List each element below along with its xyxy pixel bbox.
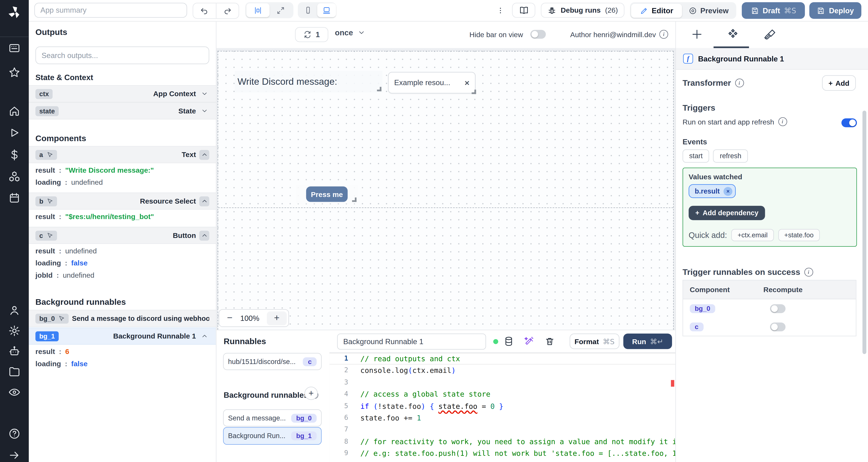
audit-eye-icon[interactable] [8,386,21,398]
code-line[interactable]: 8// for reactivity to work, you need to … [329,436,675,448]
quick-add-ctx-email-chip[interactable]: +ctx.email [732,229,774,241]
more-menu-kebab-icon[interactable] [496,4,504,16]
code-line[interactable]: 2console.log(ctx.email) [329,365,675,377]
styling-brush-tab-icon[interactable] [763,28,776,40]
chevron-up-icon[interactable] [199,150,209,160]
code-line[interactable]: 7 [329,424,675,436]
button-component-zone[interactable]: Press me [296,185,358,204]
press-me-button[interactable]: Press me [306,186,348,202]
resources-boxes-icon[interactable] [8,170,21,183]
code-line[interactable]: 4// access a global state store [329,389,675,400]
preview-tab-label: Preview [701,6,729,15]
output-row-state[interactable]: state State [29,102,216,120]
resource-select-component[interactable]: Example resou... × [388,72,475,93]
chevron-up-icon[interactable] [199,230,209,240]
chevron-up-icon[interactable] [199,196,209,206]
hide-bar-toggle[interactable] [530,30,546,39]
resize-handle[interactable] [472,90,476,94]
code-line[interactable]: 6state.foo += 1 [329,412,675,424]
expand-icon[interactable] [269,3,292,17]
add-transformer-button[interactable]: + Add [822,75,856,91]
home-icon[interactable] [8,105,21,117]
code-line[interactable]: 9// e.g: state.foo.push(1) will not work… [329,448,675,459]
canvas-artboard[interactable]: Write Discord message: Example resou... … [218,51,674,330]
quick-add-state-foo-chip[interactable]: +state.foo [778,229,820,241]
code-line[interactable]: 1// read outputs and ctx [329,353,675,365]
event-start-chip[interactable]: start [683,150,709,163]
folders-icon[interactable] [8,366,21,378]
center-align-button[interactable] [246,3,269,17]
tab-editor[interactable]: Editor [631,4,682,18]
runs-play-icon[interactable] [8,127,21,139]
output-row-ctx[interactable]: ctx App Context [29,85,216,102]
run-on-start-toggle[interactable] [841,119,857,127]
ai-wand-icon[interactable] [524,336,534,346]
deploy-button[interactable]: Deploy [809,2,861,19]
chevron-down-icon[interactable] [199,106,209,116]
search-outputs-input[interactable] [35,46,209,64]
code-line[interactable]: 3 [329,377,675,389]
zoom-in-button[interactable]: + [267,311,287,325]
add-background-runnable-button[interactable]: + [304,387,318,400]
chevron-up-icon[interactable] [199,331,209,341]
run-button[interactable]: Run ⌘↵ [623,333,672,349]
apps-icon[interactable] [8,42,21,54]
component-row-b[interactable]: b Resource Select [29,193,216,209]
runnable-name-input[interactable] [337,333,486,350]
favorites-star-icon[interactable] [8,66,21,79]
collapse-arrow-icon[interactable] [8,449,21,461]
redo-button[interactable] [216,3,239,18]
component-row-a[interactable]: a Text [29,146,216,163]
recompute-toggle-c[interactable] [770,322,785,331]
workers-bot-icon[interactable] [8,345,21,357]
scrollbar-thumb[interactable] [862,111,866,354]
resize-handle[interactable] [352,198,356,202]
zoom-out-button[interactable]: − [219,312,240,324]
app-summary-input[interactable] [34,3,187,18]
tab-preview[interactable]: Preview [682,4,735,18]
component-settings-tab-icon[interactable] [727,28,739,40]
code-lines[interactable]: 1// read outputs and ctx2console.log(ctx… [329,353,675,462]
runnable-item-bg0[interactable]: Send a message... bg_0 [223,409,321,426]
bg0-row[interactable]: bg_0 Send a message to discord using web… [29,310,216,327]
chevron-down-icon[interactable] [199,89,209,99]
schedules-calendar-icon[interactable] [8,192,21,204]
remove-dependency-icon[interactable]: × [723,187,733,196]
event-refresh-chip[interactable]: refresh [713,150,748,163]
undo-button[interactable] [193,3,216,18]
author-info-icon[interactable]: i [659,30,668,39]
component-row-c[interactable]: c Button [29,227,216,244]
clear-selection-icon[interactable]: × [465,78,469,87]
settings-gear-icon[interactable] [8,325,21,337]
info-icon[interactable]: i [804,267,813,276]
desktop-view-button[interactable] [317,3,336,17]
mobile-view-button[interactable] [299,3,317,17]
code-line[interactable]: 5if (!state.foo) { state.foo = 0 } [329,400,675,412]
app-canvas[interactable]: Write Discord message: Example resou... … [216,48,675,330]
info-icon[interactable]: i [735,78,744,87]
resize-handle[interactable] [377,87,381,91]
cache-database-icon[interactable] [504,336,514,346]
runnable-item-hub[interactable]: hub/1511/discord/se... c [223,353,321,370]
code-line[interactable]: 10// you may also just reassign as next … [329,459,675,462]
runnable-item-bg1-selected[interactable]: Background Run... bg_1 [223,427,321,445]
user-icon[interactable] [8,304,21,317]
windmill-logo-icon[interactable] [7,5,22,20]
add-dependency-button[interactable]: + Add dependency [689,206,765,220]
draft-button[interactable]: Draft ⌘S [742,2,805,19]
text-component[interactable]: Write Discord message: [235,71,382,92]
recompute-toggle-bg0[interactable] [770,304,785,313]
schedule-dropdown[interactable]: once [335,28,365,37]
debug-runs-button[interactable]: Debug runs (26) [541,3,624,18]
format-button[interactable]: Format ⌘S [569,333,619,349]
help-icon[interactable] [8,428,21,440]
info-icon[interactable]: i [778,117,787,126]
bg1-row-selected[interactable]: bg_1 Background Runnable 1 [29,328,216,344]
delete-trash-icon[interactable] [545,336,555,346]
refresh-count-button[interactable]: 1 [295,27,328,42]
billing-dollar-icon[interactable] [8,149,21,161]
component-column-header: Component [683,286,763,294]
docs-book-button[interactable] [512,3,535,18]
insert-plus-tab-icon[interactable] [691,28,703,40]
watched-value-chip[interactable]: b.result × [689,184,736,198]
